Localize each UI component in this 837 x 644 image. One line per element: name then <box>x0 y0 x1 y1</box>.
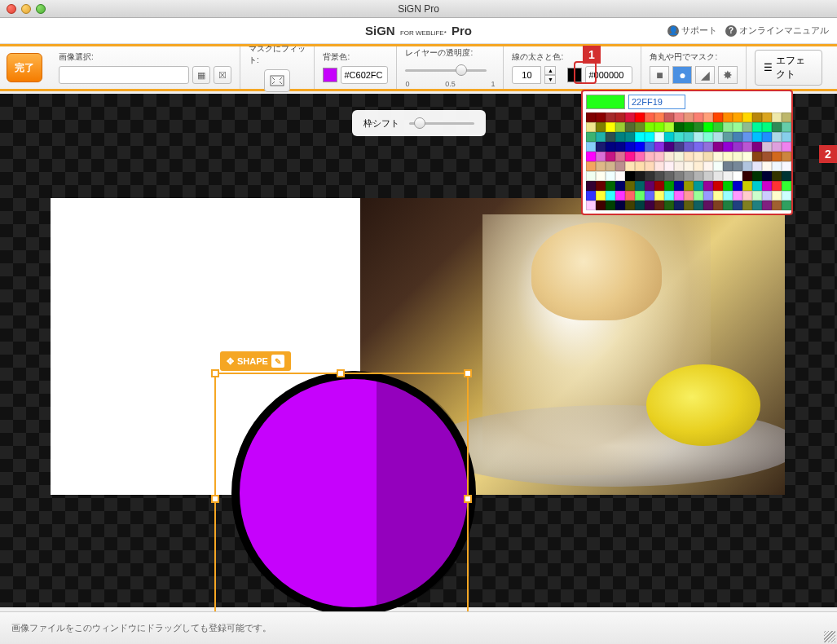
color-cell[interactable] <box>752 201 762 210</box>
color-cell[interactable] <box>606 142 615 152</box>
color-cell[interactable] <box>782 112 791 122</box>
color-cell[interactable] <box>684 142 694 152</box>
color-cell[interactable] <box>664 171 674 181</box>
minimize-window-button[interactable] <box>21 4 31 14</box>
color-cell[interactable] <box>635 181 645 191</box>
color-cell[interactable] <box>762 132 772 142</box>
color-cell[interactable] <box>694 122 703 132</box>
color-cell[interactable] <box>606 152 615 161</box>
color-cell[interactable] <box>674 152 684 161</box>
color-cell[interactable] <box>645 201 654 210</box>
color-cell[interactable] <box>615 191 625 201</box>
color-cell[interactable] <box>674 161 684 171</box>
color-cell[interactable] <box>596 201 606 210</box>
color-cell[interactable] <box>615 112 625 122</box>
color-cell[interactable] <box>762 161 772 171</box>
line-width-stepper[interactable]: ▲ ▼ <box>544 66 556 84</box>
color-cell[interactable] <box>645 142 654 152</box>
color-cell[interactable] <box>586 122 596 132</box>
color-cell[interactable] <box>713 171 723 181</box>
color-cell[interactable] <box>742 201 752 210</box>
color-cell[interactable] <box>674 181 684 191</box>
color-cell[interactable] <box>635 171 645 181</box>
color-cell[interactable] <box>762 191 772 201</box>
color-hex-input[interactable] <box>628 95 685 109</box>
color-cell[interactable] <box>615 132 625 142</box>
handle-ml[interactable] <box>211 495 219 503</box>
color-cell[interactable] <box>713 181 723 191</box>
color-cell[interactable] <box>713 142 723 152</box>
color-cell[interactable] <box>772 181 782 191</box>
color-cell[interactable] <box>684 171 694 181</box>
color-cell[interactable] <box>615 181 625 191</box>
color-cell[interactable] <box>586 181 596 191</box>
color-cell[interactable] <box>625 181 635 191</box>
color-cell[interactable] <box>586 132 596 142</box>
color-cell[interactable] <box>596 152 606 161</box>
image-browse-button[interactable]: ▦ <box>192 66 210 84</box>
color-cell[interactable] <box>654 161 664 171</box>
color-cell[interactable] <box>762 142 772 152</box>
color-cell[interactable] <box>625 132 635 142</box>
bg-color-input[interactable] <box>341 66 388 84</box>
color-cell[interactable] <box>703 191 713 201</box>
color-cell[interactable] <box>752 122 762 132</box>
color-cell[interactable] <box>733 171 742 181</box>
color-cell[interactable] <box>772 132 782 142</box>
color-cell[interactable] <box>606 201 615 210</box>
color-cell[interactable] <box>654 171 664 181</box>
color-cell[interactable] <box>615 201 625 210</box>
color-cell[interactable] <box>645 171 654 181</box>
opacity-slider[interactable] <box>405 62 487 78</box>
handle-tr[interactable] <box>464 369 472 377</box>
color-cell[interactable] <box>645 122 654 132</box>
step-down-icon[interactable]: ▼ <box>544 75 556 84</box>
color-cell[interactable] <box>684 201 694 210</box>
color-cell[interactable] <box>733 181 742 191</box>
color-cell[interactable] <box>606 161 615 171</box>
support-link[interactable]: 👤 サポート <box>667 24 717 37</box>
color-cell[interactable] <box>674 142 684 152</box>
color-cell[interactable] <box>742 132 752 142</box>
color-cell[interactable] <box>733 142 742 152</box>
color-cell[interactable] <box>645 191 654 201</box>
color-cell[interactable] <box>635 201 645 210</box>
color-cell[interactable] <box>752 191 762 201</box>
color-cell[interactable] <box>606 132 615 142</box>
color-cell[interactable] <box>664 181 674 191</box>
color-cell[interactable] <box>762 181 772 191</box>
color-cell[interactable] <box>625 201 635 210</box>
color-cell[interactable] <box>606 122 615 132</box>
color-cell[interactable] <box>733 161 742 171</box>
color-cell[interactable] <box>694 201 703 210</box>
bg-color-swatch[interactable] <box>323 68 337 82</box>
color-cell[interactable] <box>782 191 791 201</box>
color-cell[interactable] <box>723 201 733 210</box>
color-cell[interactable] <box>762 122 772 132</box>
color-cell[interactable] <box>596 191 606 201</box>
color-cell[interactable] <box>782 201 791 210</box>
color-cell[interactable] <box>782 122 791 132</box>
color-cell[interactable] <box>615 122 625 132</box>
color-cell[interactable] <box>772 191 782 201</box>
color-cell[interactable] <box>586 161 596 171</box>
color-cell[interactable] <box>674 171 684 181</box>
color-cell[interactable] <box>703 122 713 132</box>
handle-tl[interactable] <box>211 369 219 377</box>
color-cell[interactable] <box>703 201 713 210</box>
color-cell[interactable] <box>752 152 762 161</box>
color-cell[interactable] <box>684 181 694 191</box>
color-cell[interactable] <box>752 171 762 181</box>
color-cell[interactable] <box>742 152 752 161</box>
color-cell[interactable] <box>772 122 782 132</box>
image-path-input[interactable] <box>59 66 189 84</box>
color-cell[interactable] <box>635 122 645 132</box>
color-cell[interactable] <box>596 132 606 142</box>
color-cell[interactable] <box>606 112 615 122</box>
color-cell[interactable] <box>782 181 791 191</box>
color-cell[interactable] <box>742 112 752 122</box>
color-cell[interactable] <box>654 132 664 142</box>
color-cell[interactable] <box>674 122 684 132</box>
color-cell[interactable] <box>733 191 742 201</box>
color-cell[interactable] <box>723 191 733 201</box>
